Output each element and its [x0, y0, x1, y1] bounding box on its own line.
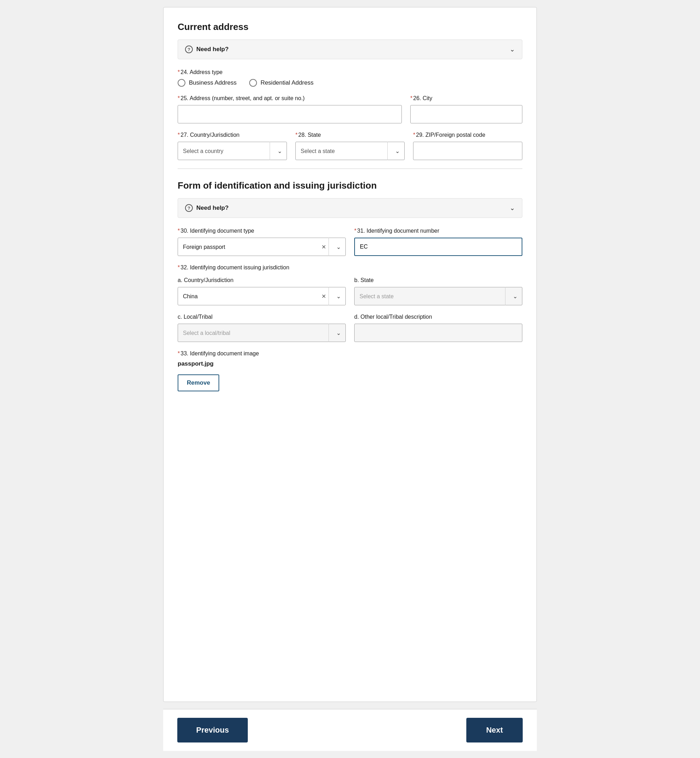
city-col: *26. City	[410, 95, 522, 123]
current-address-help-toggle[interactable]: ? Need help? ⌄	[178, 39, 522, 59]
issuing-country-clear-icon[interactable]: ✕	[322, 293, 326, 300]
issuing-country-select-wrapper: China ✕ ⌄	[178, 287, 346, 305]
state-col: *28. State Select a state ⌄	[295, 132, 405, 160]
local-tribal-col: c. Local/Tribal Select a local/tribal ⌄	[178, 314, 346, 342]
zip-label: *29. ZIP/Foreign postal code	[413, 132, 522, 138]
business-address-label: Business Address	[189, 79, 236, 86]
current-address-title: Current address	[178, 22, 522, 33]
identification-help-toggle[interactable]: ? Need help? ⌄	[178, 198, 522, 218]
country-select-wrapper: Select a country ⌄	[178, 142, 287, 160]
country-col: *27. Country/Jurisdiction Select a count…	[178, 132, 287, 160]
doc-type-number-row: *30. Identifying document type Foreign p…	[178, 228, 522, 256]
other-local-input[interactable]	[354, 324, 522, 342]
zip-col: *29. ZIP/Foreign postal code	[413, 132, 522, 160]
id-help-question-icon: ?	[185, 204, 193, 212]
previous-button[interactable]: Previous	[177, 718, 248, 742]
doc-number-col: *31. Identifying document number	[354, 228, 522, 256]
country-label: *27. Country/Jurisdiction	[178, 132, 287, 138]
doc-type-col: *30. Identifying document type Foreign p…	[178, 228, 346, 256]
address-type-radio-group: Business Address Residential Address	[178, 79, 522, 87]
state-select[interactable]: Select a state	[295, 142, 405, 160]
city-input[interactable]	[410, 105, 522, 123]
residential-address-label: Residential Address	[261, 79, 313, 86]
state-select-divider	[388, 142, 388, 160]
bottom-navigation: Previous Next	[163, 709, 537, 751]
country-select[interactable]: Select a country	[178, 142, 287, 160]
zip-input[interactable]	[413, 142, 522, 160]
local-tribal-row: c. Local/Tribal Select a local/tribal ⌄ …	[178, 314, 522, 342]
doc-type-label: *30. Identifying document type	[178, 228, 346, 234]
state-select-wrapper: Select a state ⌄	[295, 142, 405, 160]
other-local-label: d. Other local/Tribal description	[354, 314, 522, 320]
business-address-radio[interactable]: Business Address	[178, 79, 236, 87]
city-label: *26. City	[410, 95, 522, 102]
country-state-zip-row: *27. Country/Jurisdiction Select a count…	[178, 132, 522, 160]
doc-filename: passport.jpg	[178, 360, 522, 367]
issuing-country-divider	[328, 287, 329, 305]
issuing-jurisdiction-label: *32. Identifying document issuing jurisd…	[178, 264, 522, 271]
local-tribal-divider	[328, 324, 329, 342]
doc-type-select[interactable]: Foreign passport	[178, 238, 346, 256]
current-address-help-label: Need help?	[196, 46, 229, 53]
issuing-state-select[interactable]: Select a state	[354, 287, 522, 305]
local-tribal-label: c. Local/Tribal	[178, 314, 346, 320]
address-street-label: *25. Address (number, street, and apt. o…	[178, 95, 402, 102]
residential-address-radio-circle	[249, 79, 257, 87]
doc-number-input[interactable]	[354, 238, 522, 256]
local-tribal-select-wrapper: Select a local/tribal ⌄	[178, 324, 346, 342]
doc-type-divider	[328, 238, 329, 256]
identification-title: Form of identification and issuing juris…	[178, 180, 522, 191]
issuing-state-divider	[505, 287, 505, 305]
local-tribal-select[interactable]: Select a local/tribal	[178, 324, 346, 342]
remove-button[interactable]: Remove	[178, 374, 219, 391]
section-divider	[178, 169, 522, 169]
issuing-country-col: a. Country/Jurisdiction China ✕ ⌄	[178, 277, 346, 305]
doc-type-clear-icon[interactable]: ✕	[322, 244, 326, 250]
address-street-col: *25. Address (number, street, and apt. o…	[178, 95, 402, 123]
doc-number-label: *31. Identifying document number	[354, 228, 522, 234]
residential-address-radio[interactable]: Residential Address	[249, 79, 313, 87]
issuing-country-select[interactable]: China	[178, 287, 346, 305]
address-type-label: *24. Address type	[178, 69, 522, 75]
identification-help-label: Need help?	[196, 205, 229, 211]
issuing-country-label: a. Country/Jurisdiction	[178, 277, 346, 283]
other-local-col: d. Other local/Tribal description	[354, 314, 522, 342]
issuing-state-col: b. State Select a state ⌄	[354, 277, 522, 305]
address-city-row: *25. Address (number, street, and apt. o…	[178, 95, 522, 123]
country-select-divider	[270, 142, 270, 160]
main-form: Current address ? Need help? ⌄ *24. Addr…	[163, 7, 537, 702]
doc-type-select-wrapper: Foreign passport ✕ ⌄	[178, 238, 346, 256]
address-street-input[interactable]	[178, 105, 402, 123]
next-button[interactable]: Next	[466, 718, 523, 742]
id-help-chevron-icon: ⌄	[510, 204, 515, 212]
doc-image-section-label: *33. Identifying document image	[178, 350, 522, 357]
issuing-country-state-row: a. Country/Jurisdiction China ✕ ⌄ b. Sta…	[178, 277, 522, 305]
issuing-state-select-wrapper: Select a state ⌄	[354, 287, 522, 305]
issuing-state-label: b. State	[354, 277, 522, 283]
business-address-radio-circle	[178, 79, 185, 87]
help-question-icon: ?	[185, 45, 193, 53]
state-label: *28. State	[295, 132, 405, 138]
help-chevron-icon: ⌄	[510, 45, 515, 53]
